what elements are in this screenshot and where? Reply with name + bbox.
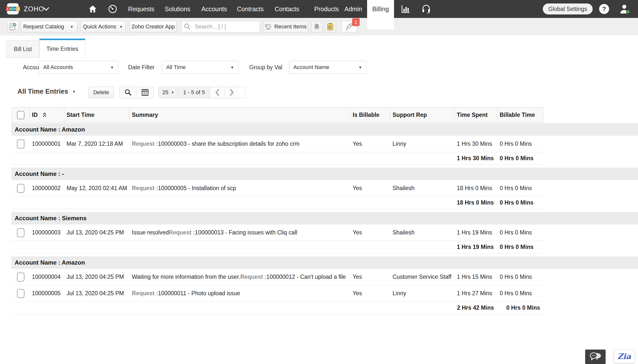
cell-is-billable: Yes [350,136,390,152]
dashboard-gauge-icon[interactable] [108,0,118,18]
tab-bill-list[interactable]: Bill List [6,40,40,58]
request-catalog-button[interactable]: Request Catalog [21,21,66,32]
quick-actions-button[interactable]: Quick Actions▼ [80,21,126,32]
global-settings-button[interactable]: Global Settings [543,4,593,14]
list-view-selector[interactable]: All Time Entries▼ [18,88,76,96]
subtotal-time-spent: 18 Hrs 0 Mins [454,196,498,209]
column-header-summary[interactable]: Summary [130,108,350,122]
row-checkbox[interactable] [17,272,24,282]
clipboard-icon [327,23,334,31]
table-body: Account Name : Amazon100000001Mar 7, 202… [12,123,638,314]
row-checkbox-cell [12,269,30,285]
chevron-down-icon: ▼ [119,25,123,29]
sort-ascending-icon [42,112,47,118]
cell-id: 100000002 [30,180,64,196]
chat-bubbles-icon [590,352,601,362]
nav-item-admin[interactable]: Admin [344,0,362,18]
column-header-time-spent[interactable]: Time Spent [454,108,498,122]
nav-item-contacts[interactable]: Contacts [275,0,299,18]
notifications-button[interactable] [311,21,322,32]
row-checkbox[interactable] [17,228,24,237]
logo-letter: Z [6,7,9,11]
column-header-is-billable[interactable]: Is Billable [350,108,390,122]
brand-title: ZOHO [24,0,44,18]
zia-assistant-button[interactable]: Zia [614,350,634,363]
summary-request-label: Request : [132,140,158,147]
column-header-billable-time[interactable]: Billable Time [498,108,544,122]
brand-chevron-down-icon[interactable] [43,0,49,18]
list-search-button[interactable] [120,87,136,98]
column-header-start-time[interactable]: Start Time [64,108,130,122]
column-header-support-rep[interactable]: Support Rep [390,108,454,122]
time-entries-table: ID Start Time Summary Is Billable Suppor… [12,108,638,314]
page-size-value: 25 [162,89,168,96]
nav-item-products[interactable]: Products [314,0,339,18]
chevron-down-icon: ▼ [70,25,74,29]
new-request-button[interactable] [8,21,18,32]
nav-item-contracts[interactable]: Contracts [237,0,264,18]
chevron-down-icon: ▼ [72,90,76,94]
tasks-clipboard-button[interactable] [324,21,336,32]
zoho-creator-app-button[interactable]: Zoho Creator App [130,21,177,32]
recent-items-button[interactable]: Recent Items [263,21,308,32]
summary-request-label: Request : [132,290,158,297]
nav-item-billing-active[interactable]: Billing [367,0,394,30]
cell-time-spent: 1 Hrs 19 Mins [454,224,498,241]
cell-summary: Issue resolvedRequest : 100000013 - Faci… [130,224,350,241]
search-icon[interactable] [184,23,192,30]
table-header-row: ID Start Time Summary Is Billable Suppor… [12,108,544,122]
time-entry-row[interactable]: 100000002May 12, 2020 02:41 AMRequest : … [12,180,544,196]
row-checkbox[interactable] [17,289,24,298]
date-filter-select[interactable]: All Time▼ [162,61,238,74]
cell-billable-time: 0 Hrs 0 Mins [498,180,544,196]
cell-is-billable: Yes [350,180,390,196]
summary-prefix: Issue resolved [132,229,169,236]
user-avatar[interactable] [619,0,630,18]
home-icon[interactable] [88,0,97,18]
nav-item-requests[interactable]: Requests [128,0,154,18]
time-entry-row[interactable]: 100000001Mar 7, 2020 12:18 AMRequest : 1… [12,136,544,152]
cell-time-spent: 1 Hrs 30 Mins [454,136,498,152]
cell-billable-time: 0 Hrs 0 Mins [498,224,544,241]
nav-item-solutions[interactable]: Solutions [165,0,190,18]
summary-request-label: Request : [169,229,195,236]
cell-id: 100000004 [30,269,64,285]
whats-new-rocket-button[interactable]: 1 [342,21,357,32]
column-header-id[interactable]: ID [30,108,64,122]
row-checkbox[interactable] [17,184,24,193]
column-grid-button[interactable] [136,87,154,98]
cell-is-billable: Yes [350,285,390,302]
headset-icon[interactable] [422,0,431,18]
time-entry-row[interactable]: 100000005Jul 13, 2020 04:25 PMRequest : … [12,285,544,302]
account-filter-select[interactable]: All Accounts▼ [39,61,118,74]
reports-chart-icon[interactable] [401,0,410,18]
chevron-down-icon: ▼ [110,65,114,70]
date-filter-value: All Time [166,64,186,70]
time-entry-row[interactable]: 100000003Jul 13, 2020 04:25 PMIssue reso… [12,224,544,241]
summary-prefix: Waiting for more information from the us… [132,274,240,280]
live-chat-button[interactable] [585,350,606,364]
logo-letter: O [9,7,12,11]
cell-billable-time: 0 Hrs 0 Mins [498,269,544,285]
search-input[interactable] [195,24,250,30]
cell-id: 100000001 [30,136,64,152]
time-entry-row[interactable]: 100000004Jul 13, 2020 04:25 PMWaiting fo… [12,269,544,285]
cell-support-rep: Linny [390,285,454,302]
help-button[interactable]: ? [599,4,609,14]
nav-item-accounts[interactable]: Accounts [201,0,227,18]
chevron-down-icon: ▼ [171,90,174,94]
page-size-select[interactable]: 25▼ [159,87,178,98]
request-catalog-dropdown[interactable]: ▼ [66,21,78,32]
group-header-row: Account Name : Siemens [12,212,638,224]
next-page-button[interactable] [224,87,239,98]
zoho-logo[interactable]: ZOHO [7,3,19,14]
group-by-select[interactable]: Account Name▼ [289,61,366,74]
search-icon [124,89,132,96]
prev-page-button[interactable] [210,87,224,98]
select-all-checkbox[interactable] [17,111,24,119]
logo-letter: H [13,7,16,11]
tab-time-entries[interactable]: Time Entries [40,38,85,58]
row-checkbox[interactable] [17,140,24,148]
delete-button[interactable]: Delete [88,87,114,98]
bell-icon [314,23,320,30]
